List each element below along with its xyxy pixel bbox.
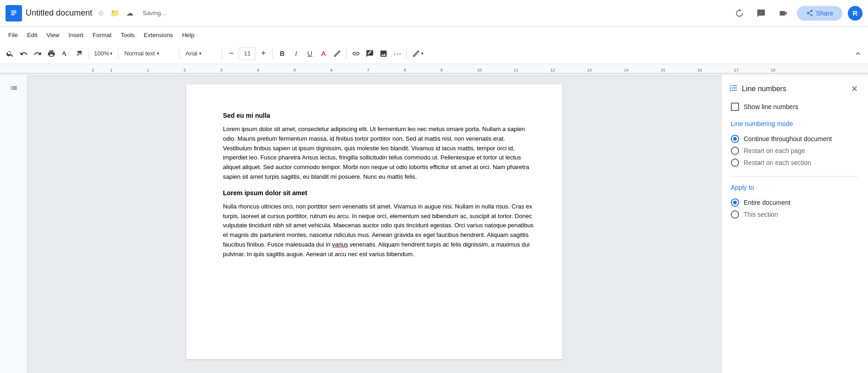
- panel-divider: [731, 176, 859, 176]
- radio-section-dot: [731, 210, 739, 219]
- font-selector[interactable]: Arial ▾: [182, 46, 219, 61]
- list-view-button[interactable]: [7, 81, 20, 95]
- document-page: Sed eu mi nulla Lorem ipsum dolor sit am…: [186, 84, 562, 359]
- menu-help[interactable]: Help: [178, 30, 199, 40]
- paint-format-button[interactable]: [72, 46, 85, 61]
- menu-file[interactable]: File: [4, 30, 22, 40]
- doc-title-area: Untitled document ☆ 📁 ☁ Saving...: [26, 8, 727, 18]
- menu-tools[interactable]: Tools: [116, 30, 139, 40]
- svg-rect-3: [11, 14, 15, 15]
- italic-button[interactable]: I: [289, 46, 302, 61]
- doc-title[interactable]: Untitled document: [26, 8, 92, 18]
- panel-content: Show line numbers Line numbering mode Co…: [722, 99, 868, 373]
- divider5: [273, 48, 273, 59]
- document-area[interactable]: Sed eu mi nulla Lorem ipsum dolor sit am…: [28, 75, 721, 373]
- star-button[interactable]: ☆: [96, 8, 106, 18]
- svg-text:15: 15: [661, 68, 665, 72]
- panel-title: Line numbers: [742, 85, 844, 93]
- bold-button[interactable]: B: [276, 46, 289, 61]
- svg-text:16: 16: [697, 68, 702, 72]
- menu-view[interactable]: View: [42, 30, 64, 40]
- menu-insert[interactable]: Insert: [64, 30, 88, 40]
- meet-button[interactable]: [775, 5, 791, 22]
- style-selector[interactable]: Normal text ▾: [121, 46, 176, 61]
- divider2: [118, 48, 118, 59]
- style-chevron-icon: ▾: [157, 51, 159, 56]
- radio-restart-section[interactable]: Restart on each section: [731, 157, 859, 169]
- show-line-numbers-row: Show line numbers: [731, 103, 859, 111]
- radio-restart-section-dot: [731, 159, 739, 167]
- radio-entire-dot: [731, 198, 739, 207]
- svg-rect-2: [11, 12, 17, 13]
- menu-edit[interactable]: Edit: [22, 30, 42, 40]
- share-button[interactable]: Share: [797, 6, 842, 21]
- svg-text:2: 2: [184, 68, 186, 72]
- share-label: Share: [816, 10, 833, 17]
- panel-header: Line numbers ✕: [722, 75, 868, 99]
- app-icon[interactable]: [6, 5, 22, 22]
- redo-button[interactable]: [31, 46, 44, 61]
- divider4: [222, 48, 222, 59]
- svg-text:3: 3: [220, 68, 223, 72]
- main-area: Sed eu mi nulla Lorem ipsum dolor sit am…: [0, 75, 868, 373]
- radio-continue-throughout[interactable]: Continue throughout document: [731, 133, 859, 145]
- folder-button[interactable]: 📁: [109, 8, 122, 18]
- divider6: [346, 48, 347, 59]
- doc-paragraph-2: Nulla rhoncus ultricies orci, non portti…: [223, 202, 535, 259]
- line-numbering-mode-heading: Line numbering mode: [731, 120, 859, 127]
- radio-continue-label: Continue throughout document: [744, 135, 832, 143]
- history-button[interactable]: [731, 5, 747, 22]
- pen-chevron-icon: ▾: [421, 51, 423, 56]
- radio-restart-section-label: Restart on each section: [744, 159, 811, 166]
- svg-text:2: 2: [92, 68, 94, 72]
- text-color-button[interactable]: A: [317, 46, 330, 61]
- user-avatar[interactable]: R: [848, 6, 862, 21]
- svg-text:11: 11: [514, 68, 518, 72]
- radio-entire-label: Entire document: [744, 199, 790, 206]
- line-numbering-mode-section: Line numbering mode Continue throughout …: [731, 120, 859, 169]
- font-size-area: [239, 47, 256, 60]
- divider7: [406, 48, 407, 59]
- title-icons: ☆ 📁 ☁: [96, 8, 135, 18]
- svg-rect-1: [11, 11, 17, 11]
- more-options-button[interactable]: ⋯: [391, 46, 404, 61]
- ruler: 2 1 1 2 3 4 5 6 7 8 9 10 11 12 13 14 15 …: [0, 64, 868, 75]
- apply-to-section: Apply to Entire document This section: [731, 184, 859, 220]
- cloud-button[interactable]: ☁: [124, 8, 135, 18]
- radio-entire-document[interactable]: Entire document: [731, 197, 859, 208]
- radio-restart-page[interactable]: Restart on each page: [731, 145, 859, 157]
- svg-text:17: 17: [734, 68, 739, 72]
- line-numbers-panel: Line numbers ✕ Show line numbers Line nu…: [721, 75, 868, 373]
- doc-paragraph-1: Lorem ipsum dolor sit amet, consectetur …: [223, 125, 535, 182]
- zoom-selector[interactable]: 100% ▾: [91, 46, 115, 61]
- toolbar-collapse-button[interactable]: [851, 46, 864, 61]
- svg-text:6: 6: [330, 68, 333, 72]
- divider3: [179, 48, 179, 59]
- menu-extensions[interactable]: Extensions: [139, 30, 178, 40]
- font-size-increase-button[interactable]: +: [257, 46, 270, 61]
- radio-this-section[interactable]: This section: [731, 208, 859, 220]
- svg-text:9: 9: [440, 68, 443, 72]
- style-value: Normal text: [124, 50, 155, 57]
- insert-image-button[interactable]: [377, 46, 390, 61]
- saving-status: Saving...: [143, 10, 166, 16]
- underline-button[interactable]: U: [303, 46, 316, 61]
- svg-text:13: 13: [587, 68, 592, 72]
- svg-text:10: 10: [477, 68, 482, 72]
- font-size-decrease-button[interactable]: −: [225, 46, 238, 61]
- spellcheck-button[interactable]: [59, 46, 72, 61]
- comments-button[interactable]: [753, 5, 769, 22]
- search-button[interactable]: [4, 46, 17, 61]
- print-button[interactable]: [45, 46, 58, 61]
- link-button[interactable]: [350, 46, 362, 61]
- font-size-input[interactable]: [239, 50, 256, 57]
- highlight-button[interactable]: [331, 46, 344, 61]
- divider1: [88, 48, 89, 59]
- add-comment-button[interactable]: [363, 46, 376, 61]
- svg-text:7: 7: [367, 68, 369, 72]
- undo-button[interactable]: [17, 46, 30, 61]
- pen-mode-button[interactable]: ▾: [410, 46, 426, 61]
- menu-format[interactable]: Format: [88, 30, 116, 40]
- panel-close-button[interactable]: ✕: [848, 82, 861, 95]
- show-line-numbers-checkbox[interactable]: [731, 103, 739, 111]
